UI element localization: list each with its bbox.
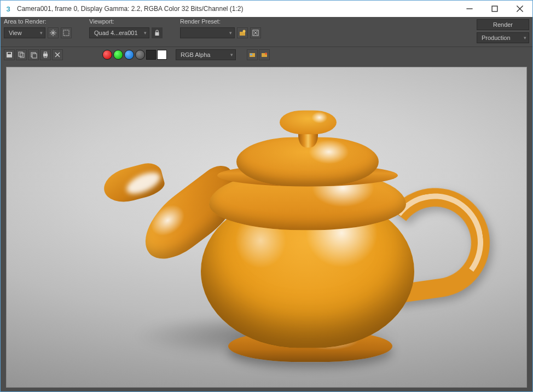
teapot-knob bbox=[280, 110, 337, 134]
preset-load-icon[interactable] bbox=[237, 27, 248, 38]
svg-rect-1 bbox=[492, 6, 497, 11]
preset-save-icon[interactable] bbox=[250, 27, 261, 38]
channel-green-button[interactable] bbox=[113, 50, 123, 60]
overlay-b-icon[interactable] bbox=[259, 49, 270, 60]
viewport-label: Viewport: bbox=[89, 18, 163, 25]
svg-rect-10 bbox=[8, 53, 11, 54]
render-preset-group: Render Preset: bbox=[180, 18, 261, 43]
title-bar: 3 Camera001, frame 0, Display Gamma: 2.2… bbox=[1, 1, 532, 17]
svg-point-23 bbox=[265, 53, 267, 55]
svg-rect-14 bbox=[32, 54, 37, 58]
production-dropdown[interactable]: Production bbox=[477, 32, 529, 43]
viewport-group: Viewport: Quad 4...era001 bbox=[89, 18, 163, 43]
close-button[interactable] bbox=[507, 1, 532, 17]
channel-alpha-button[interactable] bbox=[135, 50, 145, 60]
window-title: Camera001, frame 0, Display Gamma: 2.2, … bbox=[17, 5, 457, 13]
svg-rect-17 bbox=[44, 56, 47, 57]
rendered-teapot bbox=[53, 90, 480, 375]
channel-red-button[interactable] bbox=[102, 50, 112, 60]
maximize-button[interactable] bbox=[482, 1, 507, 17]
mono-dark-button[interactable] bbox=[146, 50, 156, 60]
svg-rect-16 bbox=[44, 52, 47, 54]
channel-blue-button[interactable] bbox=[124, 50, 134, 60]
area-to-render-dropdown[interactable]: View bbox=[4, 27, 45, 38]
render-output[interactable] bbox=[6, 67, 527, 388]
save-icon[interactable] bbox=[4, 49, 15, 60]
delete-icon[interactable] bbox=[52, 49, 63, 60]
toolbar-panel: Area to Render: View Viewport: Quad 4...… bbox=[1, 17, 532, 64]
channel-dropdown[interactable]: RGB Alpha bbox=[176, 49, 236, 60]
minimize-button[interactable] bbox=[457, 1, 482, 17]
viewport-dropdown[interactable]: Quad 4...era001 bbox=[89, 27, 149, 38]
render-preset-dropdown[interactable] bbox=[180, 27, 235, 38]
print-icon[interactable] bbox=[40, 49, 51, 60]
svg-rect-21 bbox=[250, 54, 252, 55]
svg-rect-5 bbox=[155, 32, 159, 36]
render-preset-label: Render Preset: bbox=[180, 18, 261, 25]
mono-white-button[interactable] bbox=[157, 50, 167, 60]
clone-icon[interactable] bbox=[28, 49, 39, 60]
app-icon: 3 bbox=[3, 3, 14, 14]
area-to-render-label: Area to Render: bbox=[4, 18, 72, 25]
pan-icon[interactable] bbox=[48, 27, 59, 38]
svg-point-7 bbox=[243, 30, 246, 33]
overlay-a-icon[interactable] bbox=[247, 49, 258, 60]
area-to-render-group: Area to Render: View bbox=[4, 18, 72, 43]
region-icon[interactable] bbox=[61, 27, 72, 38]
svg-rect-4 bbox=[63, 30, 69, 36]
copy-icon[interactable] bbox=[16, 49, 27, 60]
viewport-area bbox=[1, 64, 532, 392]
render-button[interactable]: Render bbox=[477, 19, 529, 30]
lock-icon[interactable] bbox=[152, 27, 163, 38]
